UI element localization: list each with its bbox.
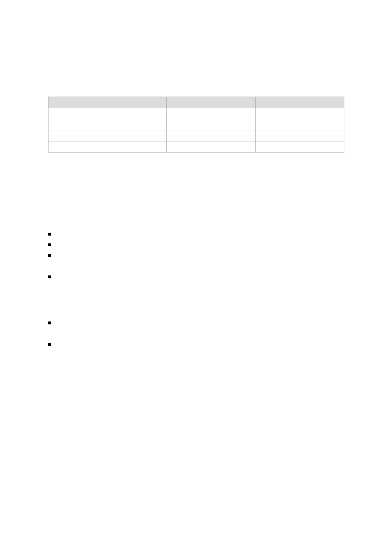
square-bullet-icon bbox=[48, 243, 51, 246]
col-header-3 bbox=[256, 97, 344, 108]
cell bbox=[167, 130, 256, 141]
cell bbox=[256, 130, 344, 141]
col-header-2 bbox=[167, 97, 256, 108]
cell bbox=[167, 119, 256, 130]
list-item bbox=[48, 341, 344, 346]
cell bbox=[256, 119, 344, 130]
list-item bbox=[48, 231, 344, 236]
cell bbox=[48, 141, 167, 153]
table-row bbox=[48, 130, 344, 141]
cell bbox=[256, 108, 344, 119]
cell bbox=[256, 141, 344, 153]
list-item bbox=[48, 252, 344, 257]
cell bbox=[48, 119, 167, 130]
square-bullet-icon bbox=[48, 343, 51, 346]
list-item bbox=[48, 319, 344, 324]
table-row bbox=[48, 141, 344, 153]
list-item bbox=[48, 241, 344, 246]
cell bbox=[48, 108, 167, 119]
table-row bbox=[48, 108, 344, 119]
bullet-list bbox=[48, 231, 344, 346]
table-header-row bbox=[48, 97, 344, 108]
col-header-1 bbox=[48, 97, 167, 108]
table-row bbox=[48, 119, 344, 130]
square-bullet-icon bbox=[48, 254, 51, 257]
cell bbox=[167, 141, 256, 153]
square-bullet-icon bbox=[48, 233, 51, 236]
square-bullet-icon bbox=[48, 275, 51, 278]
list-item bbox=[48, 273, 344, 278]
square-bullet-icon bbox=[48, 321, 51, 324]
data-table bbox=[48, 97, 344, 153]
cell bbox=[48, 130, 167, 141]
cell bbox=[167, 108, 256, 119]
